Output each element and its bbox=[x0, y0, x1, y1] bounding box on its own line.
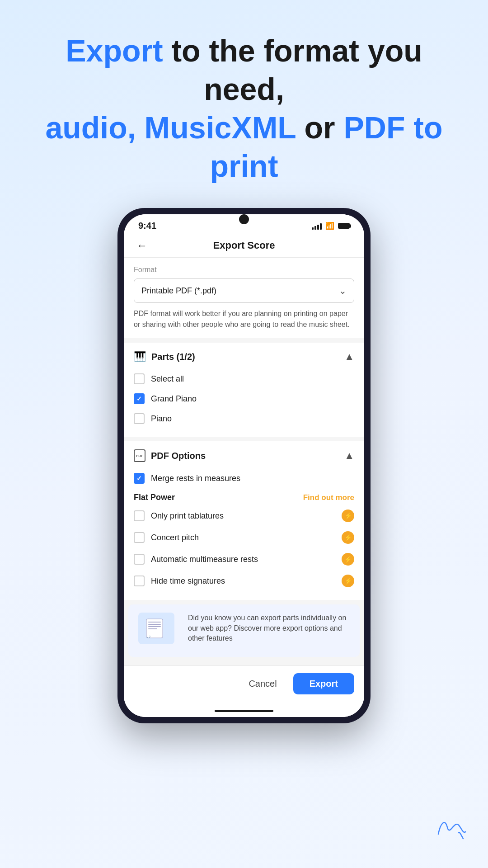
status-time: 9:41 bbox=[138, 221, 156, 231]
piano-icon: 🎹 bbox=[134, 351, 146, 363]
tablatures-label: Only print tablatures bbox=[151, 511, 224, 521]
pdf-options-title: PDF Options bbox=[151, 451, 206, 461]
header-normal1: to the format you need, bbox=[171, 33, 422, 106]
piano-checkbox[interactable] bbox=[134, 413, 145, 424]
page-header: Export to the format you need, audio, Mu… bbox=[0, 0, 488, 203]
select-all-label: Select all bbox=[151, 374, 184, 384]
parts-section: 🎹 Parts (1/2) ▲ Select all Grand Piano bbox=[124, 343, 364, 437]
header-or: or bbox=[305, 110, 335, 145]
pdf-options-section: PDF PDF Options ▲ Merge rests in measure… bbox=[124, 441, 364, 600]
hide-timesig-label: Hide time signatures bbox=[151, 576, 225, 586]
export-button[interactable]: Export bbox=[293, 673, 354, 694]
concert-pitch-checkbox[interactable] bbox=[134, 532, 145, 543]
chevron-down-icon: ⌄ bbox=[339, 285, 347, 296]
format-section: Format Printable PDF (*.pdf) ⌄ PDF forma… bbox=[124, 258, 364, 338]
parts-title: Parts (1/2) bbox=[151, 352, 195, 362]
status-icons: 📶 bbox=[312, 222, 350, 230]
screen-content: Format Printable PDF (*.pdf) ⌄ PDF forma… bbox=[124, 258, 364, 665]
hide-timesig-row[interactable]: Hide time signatures bbox=[134, 570, 354, 592]
nav-title: Export Score bbox=[155, 240, 333, 251]
select-all-row[interactable]: Select all bbox=[134, 369, 354, 389]
flat-power-label: Flat Power bbox=[134, 493, 175, 502]
wifi-icon: 📶 bbox=[325, 222, 334, 230]
pdf-title-group: PDF PDF Options bbox=[134, 449, 206, 462]
svg-rect-2 bbox=[148, 624, 161, 625]
svg-rect-3 bbox=[148, 626, 161, 627]
flat-power-row: Flat Power Find out more bbox=[134, 488, 354, 505]
concert-pitch-row[interactable]: Concert pitch bbox=[134, 527, 354, 548]
info-banner: ♩♪ Did you know you can export parts ind… bbox=[138, 613, 350, 644]
power-icon-multimeasure bbox=[342, 553, 354, 566]
merge-rests-row[interactable]: Merge rests in measures bbox=[134, 468, 354, 488]
parts-section-header: 🎹 Parts (1/2) ▲ bbox=[134, 351, 354, 363]
format-dropdown[interactable]: Printable PDF (*.pdf) ⌄ bbox=[134, 278, 354, 303]
sheet-music-svg: ♩♪ bbox=[143, 617, 170, 640]
home-indicator bbox=[124, 704, 364, 717]
header-blue1: Export bbox=[66, 33, 163, 68]
parts-title-group: 🎹 Parts (1/2) bbox=[134, 351, 195, 363]
merge-rests-checkbox[interactable] bbox=[134, 473, 145, 484]
pdf-icon: PDF bbox=[134, 449, 145, 462]
concert-pitch-label: Concert pitch bbox=[151, 533, 199, 542]
grand-piano-label: Grand Piano bbox=[151, 394, 197, 404]
header-musicxml: MusicXML bbox=[145, 110, 296, 145]
svg-rect-1 bbox=[148, 622, 161, 623]
multimeasure-row[interactable]: Automatic multimeasure rests bbox=[134, 548, 354, 570]
format-description: PDF format will work better if you are p… bbox=[134, 308, 354, 330]
info-banner-section: ♩♪ Did you know you can export parts ind… bbox=[128, 604, 360, 657]
select-all-checkbox[interactable] bbox=[134, 373, 145, 384]
tablatures-checkbox[interactable] bbox=[134, 510, 145, 521]
multimeasure-label: Automatic multimeasure rests bbox=[151, 555, 258, 564]
phone-screen: 9:41 📶 ← Export Score bbox=[124, 214, 364, 717]
camera-notch bbox=[239, 214, 249, 224]
collapse-pdf-icon[interactable]: ▲ bbox=[344, 450, 354, 462]
collapse-parts-icon[interactable]: ▲ bbox=[344, 351, 354, 363]
home-bar bbox=[215, 710, 273, 712]
svg-rect-4 bbox=[148, 628, 157, 629]
battery-icon bbox=[338, 223, 350, 229]
hide-timesig-checkbox[interactable] bbox=[134, 576, 145, 586]
svg-text:♩♪: ♩♪ bbox=[146, 634, 151, 639]
find-out-more-link[interactable]: Find out more bbox=[303, 493, 354, 502]
grand-piano-row[interactable]: Grand Piano bbox=[134, 389, 354, 409]
tablatures-row[interactable]: Only print tablatures bbox=[134, 505, 354, 527]
signal-icon bbox=[312, 222, 322, 230]
back-button[interactable]: ← bbox=[136, 239, 155, 252]
cancel-button[interactable]: Cancel bbox=[239, 673, 286, 694]
power-icon-timesig bbox=[342, 575, 354, 587]
format-selected-value: Printable PDF (*.pdf) bbox=[141, 286, 216, 296]
piano-label: Piano bbox=[151, 414, 172, 424]
grand-piano-checkbox[interactable] bbox=[134, 393, 145, 404]
format-label: Format bbox=[134, 266, 354, 274]
merge-rests-label: Merge rests in measures bbox=[151, 474, 240, 483]
info-illustration: ♩♪ bbox=[138, 613, 174, 644]
piano-row[interactable]: Piano bbox=[134, 409, 354, 429]
signature-doodle bbox=[434, 814, 470, 841]
multimeasure-checkbox[interactable] bbox=[134, 554, 145, 565]
pdf-options-header: PDF PDF Options ▲ bbox=[134, 449, 354, 462]
nav-bar: ← Export Score bbox=[124, 235, 364, 258]
power-icon-concert bbox=[342, 531, 354, 544]
bottom-action-bar: Cancel Export bbox=[124, 665, 364, 704]
info-banner-text: Did you know you can export parts indivi… bbox=[188, 613, 350, 643]
phone-frame: 9:41 📶 ← Export Score bbox=[117, 208, 371, 723]
header-blue2: audio, bbox=[45, 110, 136, 145]
power-icon-tablatures bbox=[342, 509, 354, 522]
